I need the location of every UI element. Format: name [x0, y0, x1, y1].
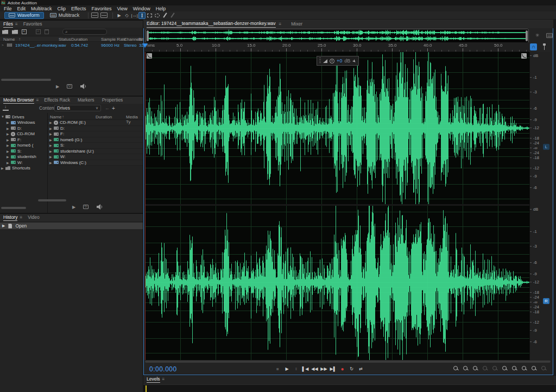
zoom-out-full-button[interactable]	[482, 365, 488, 371]
fast-forward-button[interactable]: ▶▶	[320, 365, 327, 372]
zoom-in-right-edge-button[interactable]	[511, 365, 517, 371]
levels-panel-menu-icon[interactable]: ≡	[162, 377, 165, 382]
volume-hud[interactable]: +0 dB ➤	[317, 56, 359, 66]
skip-to-start-button[interactable]: ▌◀	[302, 365, 309, 372]
history-panel-menu-icon[interactable]: ≡	[20, 215, 22, 220]
chevron-collapsed-icon[interactable]: ▶	[49, 143, 52, 147]
spot-healing-brush-tool-icon[interactable]	[169, 12, 176, 19]
media-play-icon[interactable]: ▶	[72, 205, 75, 210]
drive-row-w-[interactable]: ▶W:	[48, 154, 143, 160]
chevron-collapsed-icon[interactable]: ▶	[7, 121, 9, 124]
media-autoplay-speaker-icon[interactable]	[96, 204, 103, 210]
tree-item-studentsh[interactable]: ▶studentsh	[0, 154, 47, 160]
play-button[interactable]: ▶	[283, 365, 290, 372]
chevron-collapsed-icon[interactable]: ▶	[1, 166, 4, 170]
chevron-collapsed-icon[interactable]: ▶	[49, 149, 52, 153]
files-play-icon[interactable]: ▶	[56, 84, 59, 89]
waveform-mode-button[interactable]: Waveform	[4, 12, 44, 19]
multitrack-mode-button[interactable]: Multitrack	[46, 12, 84, 19]
zoom-in-button[interactable]	[453, 365, 459, 371]
menu-item-favorites[interactable]: Favorites	[89, 6, 114, 11]
media-loop-icon[interactable]	[83, 205, 89, 209]
import-file-icon[interactable]	[12, 30, 18, 34]
tab-favorites[interactable]: Favorites	[23, 21, 42, 27]
chevron-collapsed-icon[interactable]: ▶	[7, 132, 9, 136]
chevron-collapsed-icon[interactable]: ▶	[49, 161, 52, 165]
chevron-collapsed-icon[interactable]: ▶	[7, 149, 9, 153]
tab-files[interactable]: Files	[3, 21, 13, 28]
drive-row-s-[interactable]: ▶S:	[48, 143, 143, 149]
menu-item-multitrack[interactable]: Multitrack	[28, 6, 55, 11]
editor-panel-menu-icon[interactable]: ≡	[279, 22, 282, 27]
menu-item-effects[interactable]: Effects	[68, 6, 89, 11]
hud-gain-value[interactable]: +0	[337, 58, 342, 64]
tab-properties[interactable]: Properties	[102, 97, 123, 103]
col-media-type[interactable]: Media Ty	[126, 115, 143, 124]
skip-to-end-button[interactable]: ▶▌	[330, 365, 337, 372]
col-bit[interactable]: Bit	[138, 37, 143, 42]
col-status[interactable]: Status	[59, 37, 71, 42]
files-search-input[interactable]: ⌕	[62, 29, 107, 35]
skip-selection-button[interactable]: ⇄	[357, 365, 364, 372]
tree-item-d-[interactable]: ▶D:	[0, 125, 47, 131]
razor-tool-icon[interactable]: ◇	[123, 12, 130, 19]
show-waveform-view-icon[interactable]	[91, 12, 98, 18]
col-media-name[interactable]: Name	[50, 115, 61, 119]
tab-effects-rack[interactable]: Effects Rack	[44, 97, 70, 103]
tab-markers[interactable]: Markers	[78, 97, 94, 103]
chevron-collapsed-icon[interactable]: ▶	[7, 127, 9, 130]
tree-item-s-[interactable]: ▶S:	[0, 148, 47, 154]
files-loop-icon[interactable]	[67, 84, 72, 88]
zoom-extra-button[interactable]	[541, 365, 547, 371]
fade-in-handle-icon[interactable]	[147, 53, 152, 59]
tree-item-windows[interactable]: ▶Windows	[0, 120, 47, 126]
tree-item-cd-rom[interactable]: ▶CD-ROM	[0, 131, 47, 137]
menu-item-edit[interactable]: Edit	[15, 6, 29, 11]
files-panel-menu-icon[interactable]: ≡	[15, 22, 18, 27]
media-list-hscrollbar[interactable]	[38, 199, 66, 201]
tab-video[interactable]: Video	[28, 214, 40, 220]
col-sample-rate[interactable]: Sample Rate	[101, 37, 126, 42]
loop-duration-button[interactable]	[531, 365, 537, 371]
chevron-collapsed-icon[interactable]: ▶	[7, 143, 9, 147]
files-autoplay-speaker-icon[interactable]	[80, 84, 87, 89]
import-media-icon[interactable]	[3, 106, 9, 111]
contents-dropdown[interactable]: Drives ∨	[54, 105, 101, 111]
timeline-ruler[interactable]: hms 5.010.015.020.025.030.035.040.045.05…	[145, 42, 529, 52]
rewind-button[interactable]: ◀◀	[311, 365, 318, 372]
zoom-reset-button[interactable]	[492, 365, 498, 371]
tree-item-f-[interactable]: ▶F:	[0, 137, 47, 143]
tree-item-shortcuts[interactable]: ▶Shortcuts	[0, 166, 47, 172]
media-browser-menu-icon[interactable]: ≡	[36, 98, 39, 103]
chevron-expanded-icon[interactable]: ▼	[1, 115, 4, 118]
amplitude-ruler[interactable]: dB-1-3-6-6-9-9-12-12-18-18-24-24-∞dB-1-3…	[529, 52, 551, 360]
chevron-collapsed-icon[interactable]: ▶	[49, 138, 52, 142]
pause-button[interactable]: ‖	[293, 365, 300, 372]
menu-item-help[interactable]: Help	[153, 6, 169, 11]
menu-item-window[interactable]: Window	[130, 6, 153, 11]
playhead-line[interactable]	[145, 52, 146, 360]
tab-mixer[interactable]: Mixer	[291, 21, 302, 27]
overview-left-handle-icon[interactable]	[147, 30, 149, 41]
drive-row-studentshare-u-[interactable]: ▶studentshare (U:)	[48, 149, 143, 155]
marker-pin-icon[interactable]	[542, 43, 547, 50]
add-shortcut-icon[interactable]: +	[112, 105, 115, 111]
chevron-collapsed-icon[interactable]: ▶	[49, 155, 52, 159]
show-spectral-view-icon[interactable]	[100, 12, 108, 18]
left-channel-badge[interactable]: L	[543, 144, 549, 150]
move-tool-icon[interactable]: ▶	[116, 12, 123, 19]
right-channel-badge[interactable]: R	[543, 298, 549, 304]
open-file-icon[interactable]	[2, 30, 8, 34]
drive-row-d-[interactable]: ▶D:	[48, 126, 143, 132]
file-name[interactable]: 197424__..er-monkey.wav	[15, 43, 66, 48]
filter-media-types-icon[interactable]	[135, 106, 140, 111]
drive-row-windows-c-[interactable]: ▶Windows (C:)	[48, 160, 143, 166]
tab-media-browser[interactable]: Media Browser	[3, 97, 34, 104]
marquee-selection-tool-icon[interactable]	[146, 12, 153, 19]
waveform-overview-strip[interactable]	[146, 29, 529, 43]
zoom-out-button[interactable]	[463, 365, 469, 371]
stop-button[interactable]: ■	[274, 365, 281, 372]
chevron-collapsed-icon[interactable]: ▶	[49, 121, 52, 124]
col-duration[interactable]: Duration	[71, 37, 87, 42]
zoom-fit-width-button[interactable]	[472, 365, 478, 371]
